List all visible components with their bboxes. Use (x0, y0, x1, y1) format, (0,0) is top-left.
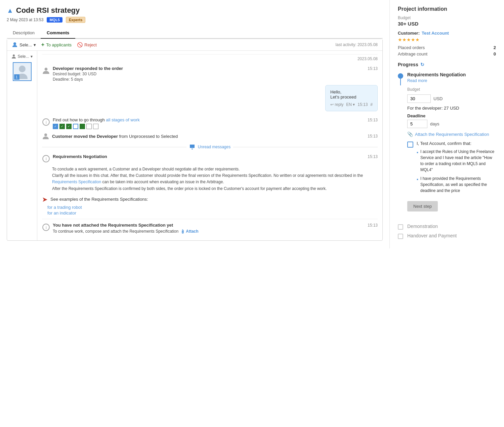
customer-row: Customer: Test Account (398, 31, 496, 36)
chevron-down-icon: ▾ (34, 42, 36, 47)
find-out-time: 15:13 (368, 118, 378, 122)
step1-indicator (398, 72, 403, 85)
budget-input[interactable] (407, 94, 431, 103)
arbitrage-value: 0 (494, 51, 496, 56)
stage-7 (93, 124, 98, 129)
post-date: 2 May 2023 at 13:53 (7, 17, 43, 22)
find-out-row: i Find out how to go through all stages … (42, 117, 378, 129)
right-panel: Project information Budget 30+ USD Custo… (390, 0, 504, 248)
ban-icon: 🚫 (77, 42, 83, 47)
tab-description[interactable]: Description (7, 28, 41, 39)
confirm-intro: I, Test Account, confirm that: (417, 141, 496, 146)
chat-bubble: Hello, Let's proceed ↩ reply EN ▾ 15:13 … (325, 85, 378, 111)
deadline-unit: days (430, 121, 439, 126)
handover-indicator (398, 234, 403, 239)
budget-label: Budget (398, 15, 496, 20)
proj-info-title: Project information (398, 6, 496, 12)
dev-responded-row: Developer responded to the order 15:13 D… (42, 66, 378, 82)
toolbar: Sele... ▾ + To applicants 🚫 Reject last … (7, 39, 382, 51)
to-applicants-button[interactable]: + To applicants (41, 42, 72, 48)
confirm-section: I, Test Account, confirm that: ▪ I accep… (407, 141, 496, 196)
confirm-item-1: ▪ I accept the Rules of Using the Freela… (417, 149, 496, 173)
req-neg-title: Requirements Negotiation (53, 154, 107, 159)
find-out-text: Find out how to go through all stages of… (53, 117, 140, 122)
example-indicator[interactable]: for an indicator (47, 210, 378, 216)
step-req-neg: Requirements Negotiation Read more Budge… (398, 72, 496, 222)
attach-spec-link[interactable]: 📎 Attach the Requirements Specification (407, 131, 496, 137)
example-trading-robot[interactable]: for a trading robot (47, 205, 378, 210)
chevron-icon: ▾ (31, 54, 33, 59)
handover-title: Handover and Payment (407, 233, 457, 238)
progress-section: Progress ↻ Requirements Negotiation Read… (398, 62, 496, 242)
work-stages: ✓ ✓ ✓ (53, 124, 378, 129)
step-demo: Demonstration (398, 224, 496, 230)
req-spec-link[interactable]: Requirements Specification (52, 180, 101, 184)
deadline-label: Deadline (407, 113, 496, 118)
step-handover: Handover and Payment (398, 233, 496, 239)
user-avatar: 1 (13, 62, 32, 81)
page-title: ▲ Code RSI strategy (7, 6, 383, 15)
badge-mql5[interactable]: MQL5 (47, 17, 62, 23)
stage-5 (80, 124, 85, 129)
all-stages-link[interactable]: all stages of work (106, 117, 139, 122)
attach-button[interactable]: Attach (186, 229, 198, 234)
step1-title: Requirements Negotiation (407, 72, 496, 77)
confirm-item-2: ▪ I have provided the Requirements Speci… (417, 176, 496, 194)
svg-point-1 (13, 54, 15, 56)
tabs: Description Comments (7, 28, 383, 39)
next-step-button[interactable]: Next step (407, 201, 438, 211)
read-more-link[interactable]: Read more (407, 78, 427, 83)
moved-row: Customer moved the Developer from Unproc… (42, 132, 378, 140)
red-arrow-left: ➤ (42, 195, 48, 203)
tab-comments[interactable]: Comments (41, 28, 75, 39)
svg-point-2 (19, 66, 26, 72)
reply-button[interactable]: ↩ reply (330, 102, 343, 107)
stage-4 (73, 124, 78, 129)
paperclip-icon (180, 229, 184, 234)
moved-icon (42, 132, 49, 140)
svg-point-3 (45, 68, 48, 71)
stage-2: ✓ (59, 124, 65, 129)
svg-text:i: i (46, 225, 47, 230)
example-links: for a trading robot for an indicator (42, 205, 378, 216)
not-attached-time: 15:13 (368, 223, 378, 228)
meta-row: 2 May 2023 at 13:53 MQL5 Experts (7, 17, 383, 23)
lang-selector[interactable]: EN ▾ (346, 102, 355, 107)
req-neg-content: Requirements Negotiation 15:13 (53, 154, 378, 159)
req-neg-row: i Requirements Negotiation 15:13 (42, 154, 378, 163)
not-attached-icon: i (42, 223, 50, 231)
progress-steps: Requirements Negotiation Read more Budge… (398, 72, 496, 242)
refresh-icon[interactable]: ↻ (420, 62, 424, 67)
customer-link[interactable]: Test Account (422, 31, 449, 36)
svg-point-0 (13, 42, 16, 45)
person-select-icon (12, 42, 18, 48)
unread-divider: Unread messages (42, 144, 378, 150)
not-attached-title: You have not attached the Requirements S… (53, 223, 173, 228)
select-dropdown[interactable]: Sele... ▾ (12, 42, 36, 48)
last-activity: last activity: 2023.05.08 (336, 42, 378, 47)
confirm-checkbox[interactable] (407, 142, 413, 148)
svg-point-6 (44, 133, 47, 136)
budget-value: 30+ USD (398, 21, 496, 27)
not-attached-body: To continue work, compose and attach the… (53, 229, 378, 234)
plus-icon: + (41, 42, 44, 48)
deadline-input-row: days (407, 120, 496, 128)
budget-input-row: USD (407, 94, 496, 103)
badge-experts[interactable]: Experts (66, 17, 85, 23)
reject-button[interactable]: 🚫 Reject (77, 42, 97, 47)
info-circle-icon: i (42, 118, 50, 126)
not-attached-box: i You have not attached the Requirements… (42, 219, 378, 234)
find-out-content: Find out how to go through all stages of… (53, 117, 378, 129)
deadline-input[interactable] (407, 120, 427, 128)
deadline-detail: Deadline: 5 days (53, 77, 378, 82)
hash-link[interactable]: # (370, 102, 373, 107)
stage-3: ✓ (66, 124, 72, 129)
arbitrage-row: Arbitrage count 0 (398, 51, 496, 56)
examples-row: ➤ See examples of the Requirements Speci… (42, 195, 378, 203)
moved-text: Customer moved the Developer from Unproc… (52, 134, 178, 139)
svg-text:i: i (46, 156, 47, 161)
moved-time: 15:13 (368, 134, 378, 139)
bullet-icon-2: ▪ (417, 176, 418, 183)
step1-circle (398, 73, 403, 79)
user-selector[interactable]: Sele... ▾ (11, 54, 32, 59)
